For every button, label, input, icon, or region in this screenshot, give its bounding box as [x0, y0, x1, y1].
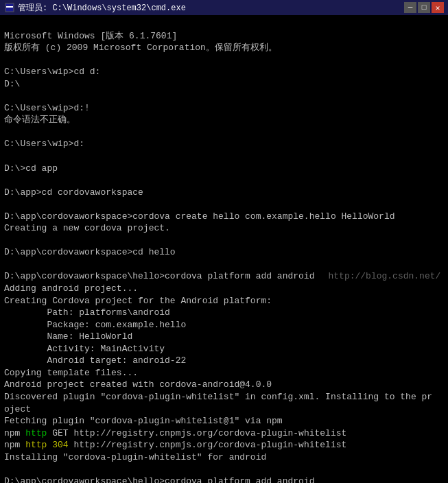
terminal-line: C:\Users\wip>cd d:	[4, 66, 444, 78]
terminal-line	[4, 90, 444, 102]
terminal: Microsoft Windows [版本 6.1.7601] 版权所有 (c)…	[0, 15, 448, 483]
terminal-line: npm http 304 http://registry.cnpmjs.org/…	[4, 439, 444, 451]
close-button[interactable]: ✕	[432, 2, 444, 13]
terminal-line: Activity: MainActivity	[4, 343, 444, 355]
terminal-line: Package: com.example.hello	[4, 319, 444, 331]
title-bar-icon	[4, 2, 15, 13]
terminal-line: C:\Users\wip>d:	[4, 138, 444, 150]
terminal-line	[4, 259, 444, 271]
terminal-line	[4, 463, 444, 475]
terminal-line: Microsoft Windows [版本 6.1.7601]	[4, 30, 444, 43]
terminal-line: Adding android project...	[4, 283, 444, 295]
terminal-line: Creating a new cordova project.	[4, 222, 444, 235]
terminal-line: Installing "cordova-plugin-whitelist" fo…	[4, 451, 444, 464]
terminal-line: D:\app\cordovaworkspace>cd hello	[4, 246, 444, 259]
terminal-line: D:\>cd app	[4, 163, 444, 175]
terminal-line: Name: HelloWorld	[4, 331, 444, 343]
terminal-line: npm http GET http://registry.cnpmjs.org/…	[4, 427, 444, 440]
terminal-line	[4, 54, 444, 67]
terminal-line: Android project created with cordova-and…	[4, 379, 444, 391]
terminal-line: Fetching plugin "cordova-plugin-whitelis…	[4, 415, 444, 427]
terminal-line: Creating Cordova project for the Android…	[4, 295, 444, 307]
terminal-line	[4, 126, 444, 139]
terminal-line	[4, 235, 444, 247]
terminal-line: D:\app\cordovaworkspace\hello>cordova pl…	[4, 475, 444, 483]
terminal-line: Discovered plugin "cordova-plugin-whitel…	[4, 391, 444, 403]
terminal-line	[4, 150, 444, 163]
watermark-text: http://blog.csdn.net/	[328, 271, 440, 281]
terminal-line	[4, 174, 444, 187]
terminal-line: D:\app>cd cordovaworkspace	[4, 187, 444, 199]
terminal-line: Path: platforms\android	[4, 307, 444, 319]
title-bar-controls: ─ □ ✕	[404, 2, 444, 13]
svg-rect-1	[6, 6, 13, 8]
title-bar: 管理员: C:\Windows\system32\cmd.exe ─ □ ✕	[0, 0, 448, 15]
terminal-line: D:\app\cordovaworkspace>cordova create h…	[4, 211, 444, 223]
terminal-line: Copying template files...	[4, 367, 444, 379]
terminal-line	[4, 198, 444, 211]
terminal-line: Android target: android-22	[4, 355, 444, 367]
terminal-line: 版权所有 (c) 2009 Microsoft Corporation。保留所有…	[4, 42, 444, 54]
title-bar-text: 管理员: C:\Windows\system32\cmd.exe	[18, 2, 404, 14]
terminal-line: C:\Users\wip>d:!	[4, 102, 444, 115]
maximize-button[interactable]: □	[418, 2, 430, 13]
terminal-line: oject	[4, 403, 444, 416]
minimize-button[interactable]: ─	[404, 2, 416, 13]
terminal-line: D:\app\cordovaworkspace\hello>cordova pl…	[4, 270, 444, 283]
terminal-line: 命令语法不正确。	[4, 114, 444, 126]
terminal-line: D:\	[4, 78, 444, 91]
